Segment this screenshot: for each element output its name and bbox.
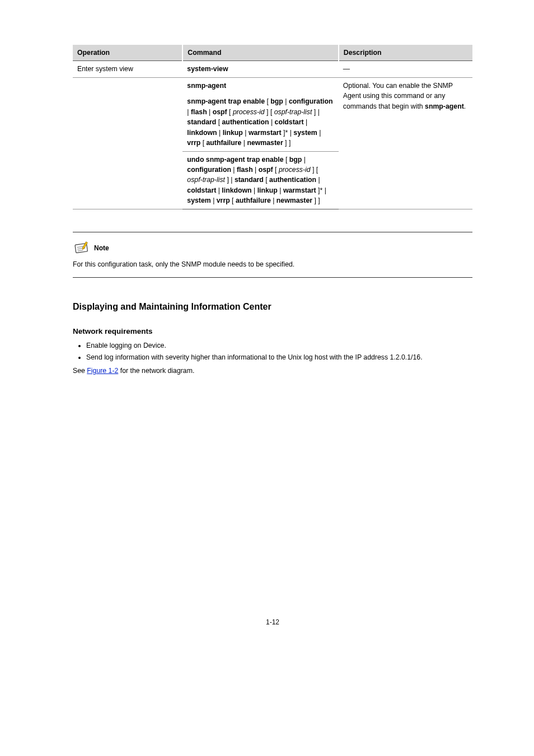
note-icon (73, 241, 91, 255)
op-cell: Enable the SNMP agent (73, 77, 182, 209)
col-command: Command (182, 45, 338, 61)
table-row: Enable the SNMP agent snmp-agent Optiona… (73, 77, 472, 94)
figure-ref: See Figure 1-2 for the network diagram. (73, 366, 472, 376)
note-label: Note (94, 243, 109, 253)
desc-cell: — (339, 61, 472, 77)
cmd-cell: system-view (182, 61, 338, 77)
op-cell: Enter system view (73, 61, 182, 77)
list-item: Send log information with severity highe… (86, 352, 472, 362)
cmd-cell: snmp-agent trap enable [ bgp | configura… (182, 94, 338, 151)
cmd-cell: undo snmp-agent trap enable [ bgp | conf… (182, 151, 338, 209)
requirements-list: Enable logging on Device. Send log infor… (73, 340, 472, 362)
list-item: Enable logging on Device. (86, 340, 472, 351)
table-row: Enter system view system-view — (73, 61, 472, 77)
desc-cell: Optional. You can enable the SNMP Agent … (339, 77, 472, 209)
page-number: 1-12 (73, 617, 472, 627)
note-text: For this configuration task, only the SN… (73, 259, 472, 269)
col-description: Description (339, 45, 472, 61)
section-heading: Displaying and Maintaining Information C… (73, 300, 472, 314)
command-table: Operation Command Description Enter syst… (73, 45, 472, 209)
section-body: Network requirements Enable logging on D… (73, 326, 472, 376)
note-block: Note For this configuration task, only t… (73, 232, 472, 278)
subsection-heading: Network requirements (73, 326, 472, 337)
figure-link[interactable]: Figure 1-2 (87, 367, 118, 375)
cmd-cell: snmp-agent (182, 77, 338, 94)
col-operation: Operation (73, 45, 182, 61)
